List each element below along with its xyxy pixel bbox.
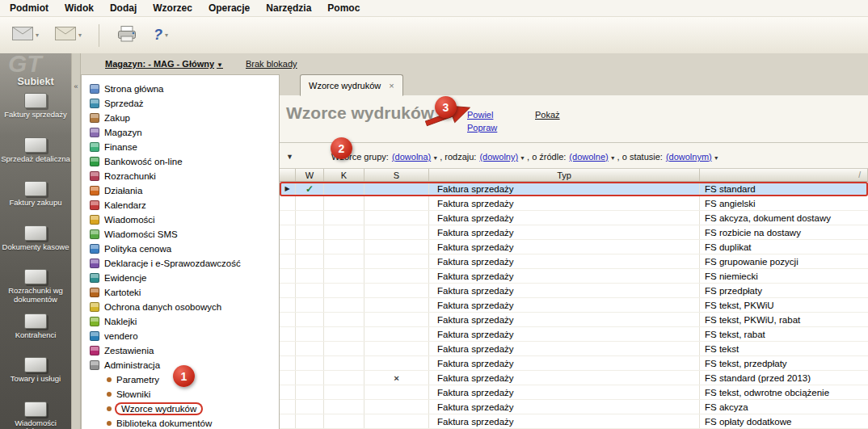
header-k[interactable]: K (324, 169, 364, 181)
cell-k (324, 211, 364, 225)
table-row[interactable]: Faktura sprzedaży FS akcyza, dokument do… (280, 211, 868, 225)
header-s[interactable]: S (364, 169, 429, 181)
table-row[interactable]: Faktura sprzedaży FS tekst, odwrotne obc… (280, 385, 868, 400)
retail-sales-icon (24, 137, 47, 153)
row-marker-icon (280, 298, 296, 312)
tree-item[interactable]: Zestawienia (82, 343, 279, 358)
table-row[interactable]: Faktura sprzedaży FS tekst, przedpłaty (280, 356, 868, 371)
tree-item[interactable]: Zakup (82, 111, 279, 125)
table-row[interactable]: Faktura sprzedaży FS angielski (280, 196, 868, 211)
filter-status-dropdown[interactable]: (dowolnym)▼ (666, 152, 719, 162)
filter-rodzaj-dropdown[interactable]: (dowolny)▼ (479, 152, 525, 162)
tree-item[interactable]: Ochrona danych osobowych (82, 300, 279, 314)
lock-status-link[interactable]: Brak blokady (246, 59, 297, 69)
tree-item[interactable]: Finanse (82, 140, 279, 154)
table-row[interactable]: Faktura sprzedaży FS tekst, PKWiU, rabat (280, 313, 868, 327)
bullet-icon (107, 421, 112, 426)
tab-close-icon[interactable]: × (389, 81, 394, 90)
menu-item[interactable]: Wzorzec (145, 0, 200, 16)
cell-k (324, 240, 364, 254)
pokaz-link[interactable]: Pokaż (535, 110, 560, 120)
tree-item[interactable]: Kartoteki (82, 285, 279, 300)
table-row[interactable]: ▶ ✓ Faktura sprzedaży FS standard (280, 182, 868, 196)
cell-k (324, 284, 364, 297)
cell-typ: Faktura sprzedaży (429, 371, 700, 385)
cell-typ: Faktura sprzedaży (429, 284, 700, 297)
menu-item[interactable]: Operacje (200, 0, 258, 16)
help-button[interactable]: ? ▾ (150, 23, 172, 47)
tree-item[interactable]: Naklejki (82, 314, 279, 329)
header-name[interactable]: / (700, 169, 868, 181)
help-question-icon: ? (154, 27, 162, 44)
row-marker-icon (280, 327, 296, 341)
table-row[interactable]: Faktura sprzedaży FS niemiecki (280, 269, 868, 284)
sidebar-item[interactable]: Faktury sprzedaży (0, 90, 71, 135)
send-message-button[interactable]: ▾ (8, 23, 43, 47)
table-row[interactable]: × Faktura sprzedaży FS standard (przed 2… (280, 371, 868, 385)
tree-item[interactable]: Sprzedaż (82, 96, 279, 111)
row-marker-icon: ▶ (280, 182, 296, 196)
tree-item[interactable]: Deklaracje i e-Sprawozdawczość (82, 256, 279, 271)
menu-item[interactable]: Widok (57, 0, 102, 16)
tree-item[interactable]: Wiadomości SMS (82, 227, 279, 242)
tree-item[interactable]: Wzorce wydruków (82, 402, 279, 416)
row-marker-icon (280, 356, 296, 370)
sidebar-item[interactable]: Rozrachunki wg dokumentów (0, 267, 71, 311)
table-row[interactable]: Faktura sprzedaży FS tekst, rabat (280, 327, 868, 342)
menu-item[interactable]: Pomoc (319, 0, 368, 16)
table-row[interactable]: Faktura sprzedaży FS przedpłaty (280, 284, 868, 298)
records-icon (90, 273, 99, 283)
filter-zrodlo-dropdown[interactable]: (dowolne)▼ (569, 152, 615, 162)
cell-typ: Faktura sprzedaży (429, 196, 700, 210)
bullet-icon (107, 406, 112, 411)
context-topbar: Magazyn: - MAG - Główny▼ Brak blokady (81, 53, 868, 74)
table-row[interactable]: Faktura sprzedaży FS tekst (280, 342, 868, 356)
tree-item[interactable]: Ewidencje (82, 271, 279, 285)
menu-item[interactable]: Podmiot (2, 0, 57, 16)
content-area: Magazyn: - MAG - Główny▼ Brak blokady St… (81, 53, 868, 429)
table-row[interactable]: Faktura sprzedaży FS duplikat (280, 240, 868, 254)
sidebar-item[interactable]: Towary i usługi (0, 355, 71, 399)
cell-name: FS tekst, odwrotne obciążenie (700, 385, 868, 399)
table-row[interactable]: Faktura sprzedaży FS rozbicie na dostawy (280, 225, 868, 240)
table-row[interactable]: Faktura sprzedaży FS grupowanie pozycji (280, 254, 868, 269)
chevron-down-icon: ▾ (165, 32, 168, 39)
filter-icon[interactable]: ▼ (286, 153, 297, 161)
row-marker-icon (280, 211, 296, 225)
warehouse-selector[interactable]: Magazyn: - MAG - Główny▼ (105, 59, 223, 69)
actions-icon (90, 186, 99, 196)
tree-item[interactable]: Strona główna (82, 82, 279, 96)
tree-item[interactable]: Działania (82, 183, 279, 198)
tree-item[interactable]: Kalendarz (82, 198, 279, 212)
filter-grupa-dropdown[interactable]: (dowolna)▼ (392, 152, 438, 162)
tab-wzorce-wydrukow[interactable]: Wzorce wydruków × (300, 74, 403, 96)
popraw-link[interactable]: Popraw (467, 123, 497, 132)
tree-item[interactable]: Magazyn (82, 125, 279, 140)
tree-item[interactable]: Polityka cenowa (82, 242, 279, 256)
tab-strip: Wzorce wydruków × (280, 74, 868, 96)
sidebar-item[interactable]: Sprzedaż detaliczna (0, 135, 71, 179)
sidebar-item[interactable]: Dokumenty kasowe (0, 223, 71, 267)
menu-item[interactable]: Narzędzia (258, 0, 319, 16)
tree-item[interactable]: Bankowość on-line (82, 154, 279, 169)
purchase-icon (90, 113, 99, 123)
tree-item[interactable]: Słowniki (82, 387, 279, 402)
cell-w (296, 211, 324, 225)
header-typ[interactable]: Typ (429, 169, 700, 181)
header-w[interactable]: W (296, 169, 324, 181)
sidebar-item[interactable]: Faktury zakupu (0, 179, 71, 223)
table-row[interactable]: Faktura sprzedaży FS opłaty dodatkowe (280, 414, 868, 429)
chevron-down-icon: ▾ (78, 32, 82, 39)
receive-message-button[interactable]: ▾ (51, 23, 86, 47)
table-row[interactable]: Faktura sprzedaży FS akcyza (280, 400, 868, 414)
sidebar-item[interactable]: Kontrahenci (0, 311, 71, 355)
menu-item[interactable]: Dodaj (102, 0, 145, 16)
collapse-strip[interactable]: « (71, 53, 81, 429)
print-button[interactable] (112, 23, 141, 48)
table-row[interactable]: Faktura sprzedaży FS tekst, PKWiU (280, 298, 868, 313)
tree-item[interactable]: Wiadomości (82, 212, 279, 227)
sidebar-item[interactable]: Wiadomości odebrane (0, 399, 71, 429)
tree-item[interactable]: Rozrachunki (82, 169, 279, 183)
tree-item[interactable]: Biblioteka dokumentów (82, 416, 279, 429)
tree-item[interactable]: vendero (82, 329, 279, 343)
